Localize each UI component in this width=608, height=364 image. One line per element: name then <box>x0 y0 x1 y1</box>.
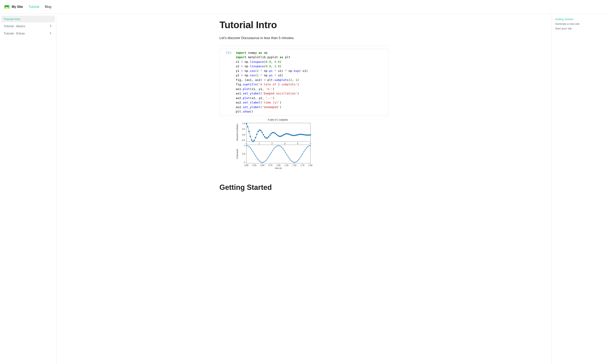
docusaurus-logo-icon <box>4 4 10 10</box>
table-of-contents: Getting Started Generate a new site Star… <box>552 14 608 364</box>
svg-point-39 <box>261 132 263 133</box>
chevron-right-icon <box>49 31 52 35</box>
svg-point-145 <box>299 157 300 158</box>
svg-point-126 <box>275 147 276 148</box>
svg-point-42 <box>265 137 267 139</box>
svg-point-63 <box>293 135 294 136</box>
svg-rect-5 <box>246 123 310 142</box>
svg-text:0.00: 0.00 <box>245 164 248 167</box>
svg-point-33 <box>254 140 255 141</box>
svg-point-105 <box>247 145 248 146</box>
svg-point-36 <box>258 131 259 132</box>
svg-point-152 <box>309 145 310 146</box>
article: Tutorial Intro Let's discover Docusaurus… <box>211 14 397 364</box>
svg-point-113 <box>258 159 259 160</box>
chart-output: A tale of 2 subplots-0.50.00.51.0012345D… <box>234 118 388 175</box>
svg-point-108 <box>251 149 252 150</box>
svg-point-70 <box>302 134 303 135</box>
svg-point-27 <box>246 123 247 124</box>
toc-item-generate-new-site[interactable]: Generate a new site <box>555 22 605 26</box>
svg-point-40 <box>263 134 264 135</box>
svg-point-35 <box>256 134 258 135</box>
svg-point-150 <box>306 147 307 148</box>
svg-point-110 <box>254 153 255 154</box>
svg-point-129 <box>279 145 279 146</box>
svg-point-56 <box>284 134 285 135</box>
svg-point-47 <box>272 132 273 133</box>
svg-text:1.25: 1.25 <box>285 164 288 167</box>
svg-point-58 <box>286 133 287 134</box>
svg-text:A tale of 2 subplots: A tale of 2 subplots <box>268 118 288 121</box>
svg-text:1.50: 1.50 <box>293 164 297 167</box>
svg-point-50 <box>276 134 277 135</box>
svg-point-29 <box>248 131 250 132</box>
svg-point-123 <box>271 152 272 153</box>
svg-point-59 <box>287 133 289 134</box>
toc-item-getting-started[interactable]: Getting Started <box>555 17 605 22</box>
svg-point-52 <box>278 135 280 137</box>
svg-text:Undamped: Undamped <box>236 149 238 159</box>
sidebar-item-label: Tutorial - Basics <box>4 24 25 28</box>
svg-point-76 <box>310 134 311 135</box>
logo-link[interactable]: My Site <box>4 4 23 10</box>
svg-point-116 <box>262 162 262 163</box>
svg-point-55 <box>283 134 284 136</box>
svg-text:-1: -1 <box>243 161 245 163</box>
svg-point-148 <box>304 151 304 152</box>
svg-point-134 <box>285 152 286 153</box>
chevron-right-icon <box>49 24 52 28</box>
svg-point-125 <box>273 148 274 149</box>
nav-link-tutorial[interactable]: Tutorial <box>29 5 39 9</box>
svg-point-106 <box>249 146 249 147</box>
svg-text:1.75: 1.75 <box>301 164 305 167</box>
svg-text:0.75: 0.75 <box>269 164 272 167</box>
svg-point-71 <box>303 134 304 135</box>
svg-point-107 <box>250 147 251 148</box>
svg-text:0.5: 0.5 <box>242 128 245 130</box>
svg-point-146 <box>301 156 302 156</box>
svg-rect-77 <box>246 145 310 163</box>
svg-point-128 <box>277 145 278 146</box>
svg-point-66 <box>297 134 298 135</box>
svg-point-127 <box>276 146 277 147</box>
main: Tutorial Intro Let's discover Docusaurus… <box>56 14 608 364</box>
svg-text:2.00: 2.00 <box>309 164 312 167</box>
nav-link-blog[interactable]: Blog <box>45 5 51 9</box>
svg-point-111 <box>255 156 256 156</box>
svg-point-114 <box>259 161 260 161</box>
svg-point-151 <box>307 146 308 147</box>
svg-text:5: 5 <box>310 143 311 145</box>
svg-point-119 <box>266 160 266 161</box>
svg-text:3: 3 <box>284 143 285 145</box>
svg-point-48 <box>273 132 274 133</box>
svg-text:Damped oscillation: Damped oscillation <box>236 124 238 141</box>
svg-point-31 <box>251 139 252 141</box>
svg-text:2: 2 <box>272 143 272 145</box>
svg-point-45 <box>269 134 271 135</box>
svg-point-130 <box>280 146 281 147</box>
svg-text:1.0: 1.0 <box>242 122 245 124</box>
sidebar-item-tutorial-intro[interactable]: Tutorial Intro <box>1 16 55 22</box>
svg-point-122 <box>270 155 270 155</box>
sidebar-item-tutorial-extras[interactable]: Tutorial - Extras <box>1 30 55 37</box>
svg-point-62 <box>292 134 293 136</box>
svg-text:0: 0 <box>246 143 247 145</box>
svg-point-49 <box>275 133 276 134</box>
svg-text:1.00: 1.00 <box>276 164 280 167</box>
svg-point-3 <box>7 6 8 7</box>
svg-point-140 <box>293 162 294 163</box>
svg-point-28 <box>247 126 248 127</box>
svg-point-69 <box>301 134 302 135</box>
svg-point-135 <box>286 155 287 155</box>
svg-point-72 <box>305 134 306 135</box>
code-source: import numpy as np import matplotlib.pyp… <box>234 49 388 116</box>
svg-point-67 <box>298 134 299 135</box>
sidebar-item-tutorial-basics[interactable]: Tutorial - Basics <box>1 22 55 30</box>
svg-text:1: 1 <box>244 144 245 147</box>
svg-point-131 <box>281 147 282 148</box>
svg-point-54 <box>281 135 282 136</box>
toc-item-start-your-site[interactable]: Start your site <box>555 26 605 31</box>
svg-point-75 <box>309 134 310 135</box>
svg-point-132 <box>283 148 284 149</box>
svg-point-34 <box>255 137 256 138</box>
